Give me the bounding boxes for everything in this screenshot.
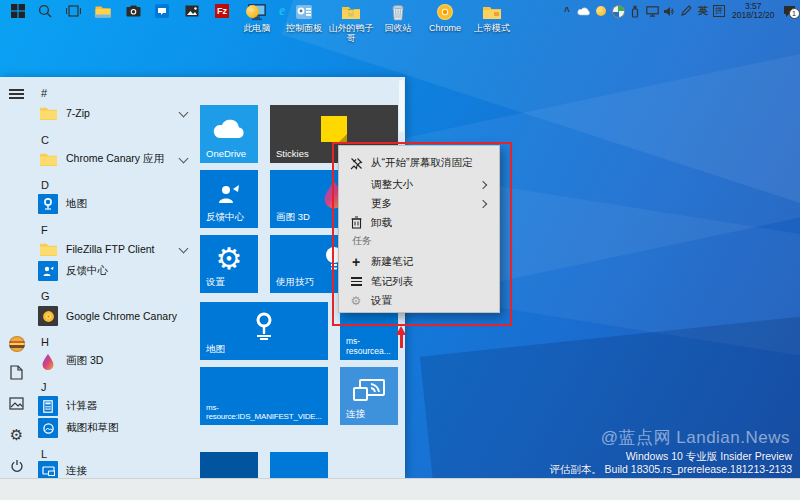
app-list-section: G [41, 290, 50, 302]
app-list-item-calculator[interactable]: 计算器 [38, 395, 193, 417]
chevron-down-icon[interactable] [179, 154, 189, 164]
desktop-icon-user-folder[interactable]: 山外的鸭子哥 [328, 3, 374, 43]
menu-item-uninstall[interactable]: 卸载 [338, 213, 500, 232]
taskbar-clock[interactable]: 3:57 2018/12/20 [732, 2, 775, 20]
chevron-right-icon [479, 199, 487, 207]
control-panel-icon [294, 3, 314, 21]
start-menu-scrollbar[interactable] [399, 80, 404, 132]
filezilla-icon: Fz [215, 4, 229, 18]
windows-logo-icon [11, 4, 25, 18]
desktop-icon-label: 此电脑 [234, 23, 280, 33]
pen-tray-icon[interactable] [679, 4, 693, 18]
app-list-item-maps[interactable]: 地图 [38, 193, 193, 215]
menu-item-label: 从“开始”屏幕取消固定 [371, 156, 473, 170]
app-list-section: # [41, 87, 47, 99]
god-mode-folder-icon [482, 3, 502, 21]
app-list-item-snip-sketch[interactable]: 截图和草图 [38, 417, 193, 439]
taskbar [0, 478, 800, 500]
tile-onedrive[interactable]: OneDrive [200, 105, 258, 163]
app-list-section: C [41, 134, 49, 146]
user-folder-icon [341, 3, 361, 21]
pictures-button[interactable] [8, 395, 25, 412]
app-list-item-feedback-hub[interactable]: 反馈中心 [38, 260, 193, 282]
folder-icon [38, 239, 58, 259]
desktop-icon-chrome[interactable]: Chrome [422, 3, 468, 33]
user-account-button[interactable] [8, 335, 25, 352]
usb-tray-icon[interactable] [628, 4, 642, 18]
feedback-hub-button[interactable] [149, 1, 175, 21]
camera-icon [126, 5, 141, 17]
chrome-canary-icon [38, 306, 58, 326]
pictures-icon [9, 397, 24, 410]
desktop-icon-recycle-bin[interactable]: 回收站 [375, 3, 421, 33]
volume-tray-icon[interactable] [662, 4, 676, 18]
documents-button[interactable] [8, 364, 25, 381]
chevron-right-icon [479, 180, 487, 188]
site-watermark: @蓝点网 Landian.News [601, 426, 790, 449]
internet-explorer-button[interactable]: e [269, 1, 295, 21]
notification-badge: 1 [789, 8, 800, 19]
display-tray-icon[interactable] [645, 4, 659, 18]
photos-app-button[interactable] [179, 1, 205, 21]
menu-item-unpin[interactable]: 从“开始”屏幕取消固定 [338, 151, 500, 175]
chrome-canary-tray-icon[interactable] [594, 4, 608, 18]
app-label: FileZilla FTP Client [66, 243, 155, 255]
file-explorer-button[interactable] [90, 1, 116, 21]
menu-item-new-note[interactable]: + 新建笔记 [338, 252, 500, 272]
menu-item-resize[interactable]: 调整大小 [338, 175, 500, 194]
gear-icon: ⚙ [216, 244, 243, 274]
windows-build-watermark: 评估副本。 Build 18305.rs_prerelease.181213-2… [549, 463, 792, 477]
antivirus-tray-icon[interactable] [611, 4, 625, 18]
onedrive-cloud-icon [212, 118, 246, 140]
app-list-item-paint3d[interactable]: 画图 3D [38, 350, 193, 372]
app-label: 计算器 [66, 399, 98, 413]
camera-app-button[interactable] [120, 1, 146, 21]
tile-label: Stickies [276, 148, 309, 159]
windows-edition-watermark: Windows 10 专业版 Insider Preview [626, 450, 792, 464]
tile-label: ms-resource:IDS_MANIFEST_VIDE... [206, 403, 328, 421]
tile-settings[interactable]: ⚙ 设置 [200, 235, 258, 293]
app-list-section: H [41, 336, 49, 348]
power-button[interactable] [8, 457, 25, 474]
chrome-canary-button[interactable] [239, 1, 265, 21]
chevron-down-icon[interactable] [179, 108, 189, 118]
tile-feedback-hub[interactable]: 反馈中心 [200, 170, 258, 228]
task-view-icon [66, 5, 81, 17]
tile-partial-2[interactable] [270, 452, 328, 478]
action-center-button[interactable]: 1 [782, 4, 798, 18]
trash-icon [348, 216, 364, 229]
chevron-down-icon[interactable] [179, 244, 189, 254]
app-list-item-7zip[interactable]: 7-Zip [38, 102, 193, 124]
menu-item-note-list[interactable]: 笔记列表 [338, 272, 500, 291]
tile-ms-resource-video[interactable]: ms-resource:IDS_MANIFEST_VIDE... [200, 367, 328, 425]
tile-label: 反馈中心 [206, 211, 244, 224]
folder-icon [38, 103, 58, 123]
app-list-item-filezilla[interactable]: FileZilla FTP Client [38, 238, 193, 260]
filezilla-button[interactable]: Fz [209, 1, 235, 21]
task-view-button[interactable] [60, 1, 86, 21]
tile-partial-1[interactable] [200, 452, 258, 478]
start-button[interactable] [5, 1, 31, 21]
app-list-item-google-chrome-canary[interactable]: Google Chrome Canary [38, 305, 193, 327]
ime-mode-indicator[interactable]: 拼 [713, 5, 725, 17]
app-list-item-chrome-canary-folder[interactable]: Chrome Canary 应用 [38, 148, 193, 170]
tray-expand-button[interactable]: ^ [560, 4, 574, 18]
menu-item-settings[interactable]: ⚙ 设置 [338, 291, 500, 311]
settings-button[interactable]: ⚙ [8, 426, 25, 443]
desktop-icon-god-mode[interactable]: 上帝模式 [469, 3, 515, 33]
app-list-section: L [41, 448, 47, 460]
snip-sketch-icon [38, 418, 58, 438]
app-list-section: F [41, 224, 48, 236]
tile-maps[interactable]: 地图 [200, 302, 328, 360]
map-pin-icon [251, 311, 277, 341]
document-icon [10, 365, 23, 380]
gear-icon: ⚙ [348, 294, 364, 308]
internet-explorer-icon: e [279, 3, 285, 19]
list-icon [348, 275, 364, 288]
ime-language-indicator[interactable]: 英 [696, 4, 710, 18]
start-menu-expand-button[interactable] [8, 85, 25, 102]
onedrive-tray-icon[interactable] [577, 4, 591, 18]
menu-item-more[interactable]: 更多 [338, 194, 500, 213]
taskbar-search-button[interactable] [32, 1, 58, 21]
tile-connect[interactable]: 连接 [340, 367, 398, 425]
